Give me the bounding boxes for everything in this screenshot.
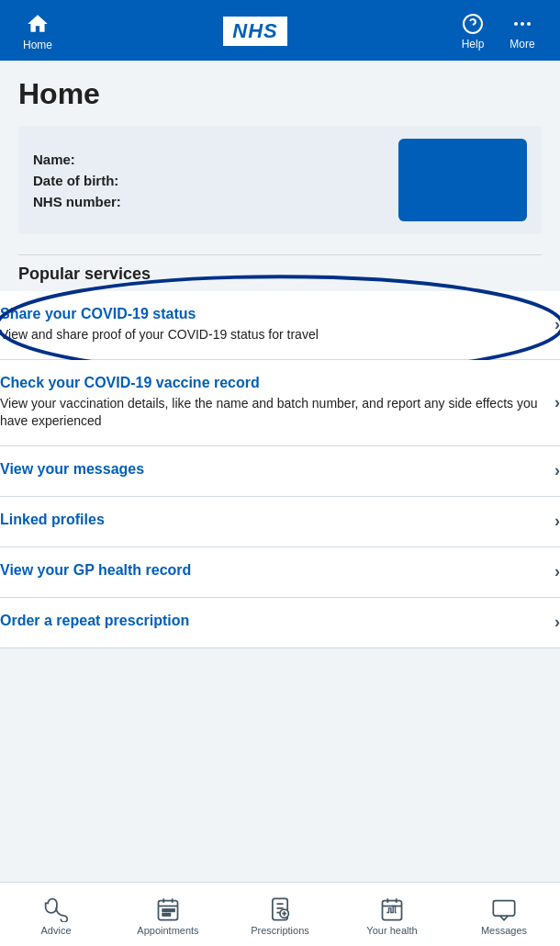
nhs-logo: NHS (223, 17, 286, 46)
svg-rect-12 (172, 909, 175, 911)
calendar-icon (155, 896, 181, 922)
your-health-label: Your health (366, 925, 417, 936)
service-content-3: View your messages (0, 461, 554, 481)
bottom-nav-appointments[interactable]: Appointments (112, 896, 224, 936)
messages-label: Messages (481, 925, 527, 936)
svg-rect-17 (383, 901, 402, 920)
prescriptions-label: Prescriptions (251, 925, 309, 936)
more-nav-item[interactable]: More (499, 13, 545, 51)
help-nav-label: Help (462, 38, 485, 51)
home-icon (26, 12, 50, 36)
health-icon (379, 896, 405, 922)
advice-label: Advice (40, 925, 71, 936)
chevron-icon-2: › (554, 393, 560, 412)
service-title-4: Linked profiles (0, 512, 545, 528)
service-item-messages[interactable]: View your messages › (0, 446, 560, 497)
service-desc-2: View your vaccination details, like the … (0, 395, 545, 431)
svg-rect-10 (162, 909, 166, 911)
top-navigation: Home NHS Help More (0, 0, 560, 61)
service-item-linked-profiles[interactable]: Linked profiles › (0, 497, 560, 547)
user-fields: Name: Date of birth: NHS number: (33, 152, 380, 209)
bottom-nav-your-health[interactable]: Your health (336, 896, 448, 936)
service-title-1: Share your COVID-19 status (0, 306, 545, 322)
service-content-1: Share your COVID-19 status View and shar… (0, 306, 554, 344)
svg-rect-19 (493, 901, 514, 916)
service-title-3: View your messages (0, 461, 545, 478)
service-content-5: View your GP health record (0, 562, 554, 582)
messages-icon (491, 896, 517, 922)
home-nav-label: Home (23, 39, 52, 51)
bottom-nav-messages[interactable]: Messages (448, 896, 560, 936)
user-info-card: Name: Date of birth: NHS number: (18, 126, 542, 234)
chevron-icon-4: › (554, 512, 560, 531)
page-title: Home (18, 77, 542, 111)
svg-rect-14 (167, 914, 171, 916)
service-item-wrapper-1: Share your COVID-19 status View and shar… (0, 291, 560, 360)
service-content-4: Linked profiles (0, 512, 554, 532)
chevron-icon-3: › (554, 461, 560, 480)
service-item-covid-status[interactable]: Share your COVID-19 status View and shar… (0, 291, 560, 360)
services-list: Share your COVID-19 status View and shar… (0, 291, 560, 648)
user-photo-placeholder (398, 139, 527, 221)
nhs-number-field: NHS number: (33, 194, 380, 209)
bottom-nav-prescriptions[interactable]: Prescriptions (224, 896, 336, 936)
svg-rect-11 (167, 909, 171, 911)
appointments-label: Appointments (137, 925, 198, 936)
chevron-icon-5: › (554, 562, 560, 581)
main-content: Home Name: Date of birth: NHS number: (0, 61, 560, 234)
bottom-navigation: Advice Appointments Prescriptions (0, 882, 560, 946)
service-title-2: Check your COVID-19 vaccine record (0, 375, 545, 391)
service-content-2: Check your COVID-19 vaccine record View … (0, 375, 554, 431)
bottom-nav-advice[interactable]: Advice (0, 896, 112, 936)
home-nav-item[interactable]: Home (15, 12, 61, 51)
service-title-5: View your GP health record (0, 562, 545, 579)
svg-point-2 (514, 22, 518, 26)
service-content-6: Order a repeat prescription (0, 613, 554, 633)
more-nav-label: More (510, 38, 534, 51)
help-icon (462, 13, 484, 35)
prescription-icon (267, 896, 293, 922)
chevron-icon-1: › (554, 315, 560, 334)
service-item-vaccine-record[interactable]: Check your COVID-19 vaccine record View … (0, 360, 560, 446)
help-nav-item[interactable]: Help (450, 13, 496, 51)
svg-rect-13 (162, 914, 166, 916)
popular-services-section: Popular services (0, 254, 560, 291)
svg-point-4 (527, 22, 531, 26)
stethoscope-icon (43, 896, 69, 922)
service-item-gp-record[interactable]: View your GP health record › (0, 547, 560, 598)
popular-services-heading: Popular services (18, 254, 542, 291)
service-item-prescription[interactable]: Order a repeat prescription › (0, 598, 560, 648)
dob-field: Date of birth: (33, 173, 380, 188)
chevron-icon-6: › (554, 613, 560, 632)
more-icon (511, 13, 533, 35)
svg-point-3 (521, 22, 524, 26)
service-desc-1: View and share proof of your COVID-19 st… (0, 326, 545, 344)
service-title-6: Order a repeat prescription (0, 613, 545, 629)
name-field: Name: (33, 152, 380, 167)
